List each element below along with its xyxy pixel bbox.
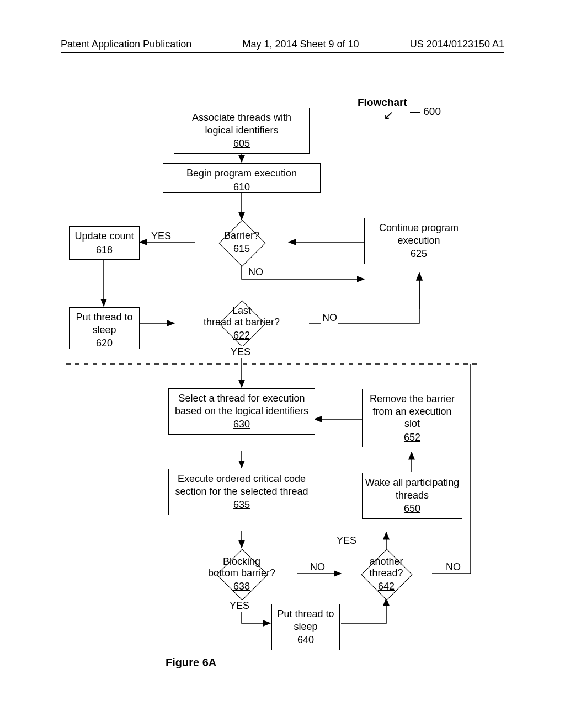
node-618-text: Update count [72,230,137,243]
node-640-ref: 640 [297,634,314,646]
header-left: Patent Application Publication [61,39,191,50]
node-630-ref: 630 [233,418,250,431]
figure-caption: Figure 6A [166,656,216,669]
node-638: Blockingbottom barrier? 638 [186,549,297,599]
node-635: Execute ordered critical code section fo… [168,469,315,515]
node-640-text: Put thread to sleep [274,608,337,633]
node-618-ref: 618 [96,244,113,256]
node-625-text: Continue program execution [367,222,471,247]
flowchart-title: Flowchart [358,97,407,109]
node-622-ref: 622 [233,330,250,342]
node-650-text: Wake all participating threads [365,477,460,501]
node-638-ref: 638 [233,581,250,593]
node-615-ref: 615 [233,243,250,255]
label-622-yes: YES [230,346,252,358]
node-605: Associate threads with logical identifie… [174,108,310,154]
node-605-text: Associate threads with logical identifie… [177,111,307,136]
page: Patent Application Publication May 1, 20… [0,0,565,728]
node-642-ref: 642 [378,581,395,593]
node-622: Lastthread at barrier? 622 [175,301,308,346]
flowchart-arrow-icon: ↙ [383,108,393,122]
label-622-no: NO [321,312,338,324]
node-618: Update count 618 [69,226,140,260]
node-652-text: Remove the barrier from an execution slo… [365,393,460,430]
node-620-ref: 620 [96,337,113,350]
node-630-text: Select a thread for execution based on t… [171,392,312,417]
flowchart-number: — 600 [410,105,441,117]
page-header: Patent Application Publication May 1, 20… [61,39,504,53]
label-642-yes: YES [335,535,358,547]
node-625: Continue program execution 625 [364,218,473,264]
node-610: Begin program execution 610 [163,163,321,193]
node-640: Put thread to sleep 640 [271,604,340,650]
node-605-ref: 605 [233,137,250,150]
node-635-ref: 635 [233,499,250,511]
node-650: Wake all participating threads 650 [362,473,462,519]
header-center: May 1, 2014 Sheet 9 of 10 [242,39,359,50]
node-652: Remove the barrier from an execution slo… [362,389,462,447]
node-642: anotherthread? 642 [341,549,431,599]
node-610-ref: 610 [233,181,250,194]
label-638-no: NO [309,561,326,573]
label-615-yes: YES [150,231,172,242]
label-642-no: NO [445,561,462,573]
node-615: Barrier? 615 [210,221,274,265]
node-652-ref: 652 [404,431,420,444]
node-650-ref: 650 [404,502,420,515]
node-630: Select a thread for execution based on t… [168,388,315,435]
node-615-text: Barrier? [224,230,259,242]
node-635-text: Execute ordered critical code section fo… [171,473,312,497]
node-620: Put thread to sleep 620 [69,307,140,349]
node-610-text: Begin program execution [166,167,318,180]
label-638-yes: YES [228,600,250,612]
label-615-no: NO [247,266,264,278]
node-620-text: Put thread to sleep [72,311,137,336]
header-right: US 2014/0123150 A1 [410,39,504,50]
node-625-ref: 625 [411,248,427,260]
